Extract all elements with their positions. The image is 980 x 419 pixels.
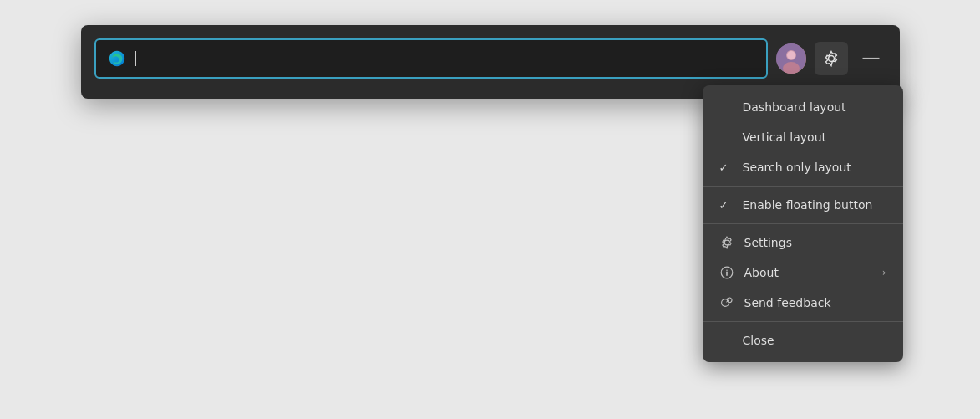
menu-item-close[interactable]: Close xyxy=(703,325,903,355)
minimize-button[interactable]: — xyxy=(856,43,886,74)
settings-gear-icon xyxy=(719,236,734,249)
toolbar: — xyxy=(94,38,886,79)
menu-divider xyxy=(703,186,903,187)
minimize-icon: — xyxy=(863,49,880,65)
menu-item-search-only-layout[interactable]: ✓ Search only layout xyxy=(703,152,903,182)
gear-settings-button[interactable] xyxy=(815,42,848,75)
menu-item-label: Send feedback xyxy=(744,296,886,309)
edge-logo-icon xyxy=(108,49,126,68)
checkmark-icon: ✓ xyxy=(719,161,733,174)
menu-item-label: Search only layout xyxy=(743,161,886,174)
search-bar[interactable] xyxy=(94,38,768,79)
menu-item-label: Enable floating button xyxy=(743,198,886,212)
gear-icon xyxy=(823,50,840,67)
menu-item-label: Dashboard layout xyxy=(743,100,886,114)
avatar-image xyxy=(776,43,806,74)
feedback-icon xyxy=(719,296,734,309)
text-cursor xyxy=(135,51,136,66)
menu-item-settings[interactable]: Settings xyxy=(703,227,903,258)
svg-point-6 xyxy=(726,269,728,271)
menu-item-vertical-layout[interactable]: Vertical layout xyxy=(703,122,903,152)
menu-item-label: Close xyxy=(743,334,886,347)
checkmark-icon: ✓ xyxy=(719,199,733,212)
browser-window: — Dashboard layout Vertical layout ✓ Sea… xyxy=(81,25,900,99)
menu-item-label: Vertical layout xyxy=(743,130,886,144)
menu-divider xyxy=(703,321,903,322)
svg-point-7 xyxy=(721,299,729,307)
menu-item-dashboard-layout[interactable]: Dashboard layout xyxy=(703,92,903,122)
menu-item-send-feedback[interactable]: Send feedback xyxy=(703,288,903,318)
avatar[interactable] xyxy=(776,43,806,74)
chevron-right-icon: › xyxy=(882,267,886,278)
dropdown-menu: Dashboard layout Vertical layout ✓ Searc… xyxy=(703,85,903,362)
menu-item-label: About xyxy=(744,266,872,279)
menu-divider xyxy=(703,223,903,224)
menu-item-enable-floating-button[interactable]: ✓ Enable floating button xyxy=(703,190,903,220)
menu-item-about[interactable]: About › xyxy=(703,258,903,288)
info-icon xyxy=(719,266,734,279)
svg-point-3 xyxy=(787,51,795,59)
menu-item-label: Settings xyxy=(744,236,886,249)
